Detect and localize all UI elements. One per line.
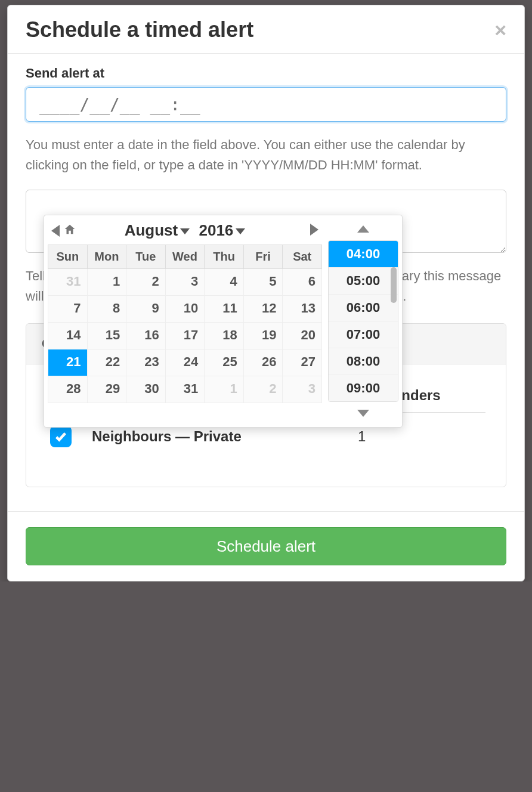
calendar-day[interactable]: 24: [165, 349, 205, 376]
time-option[interactable]: 09:00: [329, 375, 398, 401]
schedule-alert-modal: Schedule a timed alert × Send alert at Y…: [7, 5, 525, 581]
calendar-day[interactable]: 28: [48, 376, 88, 403]
calendar-day[interactable]: 23: [126, 349, 166, 376]
calendar-day[interactable]: 1: [205, 376, 244, 403]
calendar-day[interactable]: 7: [48, 296, 88, 323]
calendar: August 2016 SunMonTueWedThuFriSat 311234…: [48, 218, 322, 425]
calendar-day[interactable]: 18: [205, 323, 244, 349]
calendar-day[interactable]: 13: [283, 296, 322, 323]
calendar-day[interactable]: 3: [283, 376, 322, 403]
month-label: August: [125, 221, 178, 239]
year-label: 2016: [199, 221, 233, 239]
schedule-alert-button[interactable]: Schedule alert: [26, 527, 506, 565]
calendar-day[interactable]: 14: [48, 323, 88, 349]
calendar-day[interactable]: 1: [87, 269, 126, 296]
calendar-day-header: Wed: [165, 245, 205, 269]
calendar-day[interactable]: 26: [243, 349, 283, 376]
time-option[interactable]: 07:00: [329, 321, 398, 348]
month-select[interactable]: August: [122, 221, 197, 239]
time-option[interactable]: 05:00: [329, 268, 398, 295]
calendar-day[interactable]: 21: [48, 349, 88, 376]
time-option[interactable]: 04:00: [329, 241, 398, 268]
calendar-day[interactable]: 8: [87, 296, 126, 323]
calendar-day-header: Sat: [283, 245, 322, 269]
calendar-day[interactable]: 2: [126, 269, 166, 296]
datetime-picker: August 2016 SunMonTueWedThuFriSat 311234…: [44, 215, 403, 428]
send-at-input[interactable]: [26, 87, 506, 122]
calendar-day[interactable]: 31: [48, 269, 88, 296]
calendar-day[interactable]: 12: [243, 296, 283, 323]
calendar-day[interactable]: 5: [243, 269, 283, 296]
calendar-day[interactable]: 17: [165, 323, 205, 349]
modal-header: Schedule a timed alert ×: [8, 5, 524, 54]
time-option[interactable]: 06:00: [329, 295, 398, 321]
modal-footer: Schedule alert: [8, 511, 524, 581]
chevron-down-icon: [236, 228, 245, 234]
next-month-icon[interactable]: [310, 224, 318, 236]
calendar-day[interactable]: 30: [126, 376, 166, 403]
close-icon[interactable]: ×: [494, 20, 506, 40]
calendar-day[interactable]: 25: [205, 349, 244, 376]
time-scroll-down[interactable]: [328, 402, 398, 425]
calendar-day[interactable]: 31: [165, 376, 205, 403]
modal-body: Send alert at You must enter a date in t…: [8, 54, 524, 511]
calendar-grid: SunMonTueWedThuFriSat 311234567891011121…: [48, 245, 322, 403]
calendar-day-header: Sun: [48, 245, 88, 269]
calendar-day-header: Mon: [87, 245, 126, 269]
calendar-day[interactable]: 27: [283, 349, 322, 376]
time-option[interactable]: 08:00: [329, 348, 398, 375]
calendar-day[interactable]: 9: [126, 296, 166, 323]
chevron-up-icon: [357, 225, 369, 233]
calendar-day[interactable]: 6: [283, 269, 322, 296]
time-scrollbar[interactable]: [391, 267, 397, 303]
prev-month-icon[interactable]: [51, 225, 60, 237]
calendar-day[interactable]: 2: [243, 376, 283, 403]
send-at-label: Send alert at: [26, 66, 506, 81]
modal-title: Schedule a timed alert: [26, 17, 253, 42]
calendar-day[interactable]: 16: [126, 323, 166, 349]
calendar-day[interactable]: 3: [165, 269, 205, 296]
chevron-down-icon: [357, 410, 369, 417]
time-column: 04:0005:0006:0007:0008:0009:00: [328, 218, 398, 425]
calendar-day[interactable]: 10: [165, 296, 205, 323]
team-checkbox[interactable]: [50, 426, 72, 447]
send-at-help: You must enter a date in the field above…: [26, 135, 506, 175]
calendar-day[interactable]: 15: [87, 323, 126, 349]
time-scroll-up[interactable]: [328, 218, 398, 240]
year-select[interactable]: 2016: [196, 221, 248, 239]
home-icon[interactable]: [63, 223, 76, 239]
calendar-day-header: Fri: [243, 245, 283, 269]
calendar-day[interactable]: 22: [87, 349, 126, 376]
calendar-day-header: Tue: [126, 245, 166, 269]
calendar-day[interactable]: 29: [87, 376, 126, 403]
calendar-day-header: Thu: [205, 245, 244, 269]
time-list: 04:0005:0006:0007:0008:0009:00: [328, 240, 398, 402]
calendar-day[interactable]: 19: [243, 323, 283, 349]
chevron-down-icon: [180, 228, 190, 234]
calendar-day[interactable]: 11: [205, 296, 244, 323]
calendar-day[interactable]: 4: [205, 269, 244, 296]
calendar-nav: August 2016: [48, 218, 322, 245]
calendar-day[interactable]: 20: [283, 323, 322, 349]
